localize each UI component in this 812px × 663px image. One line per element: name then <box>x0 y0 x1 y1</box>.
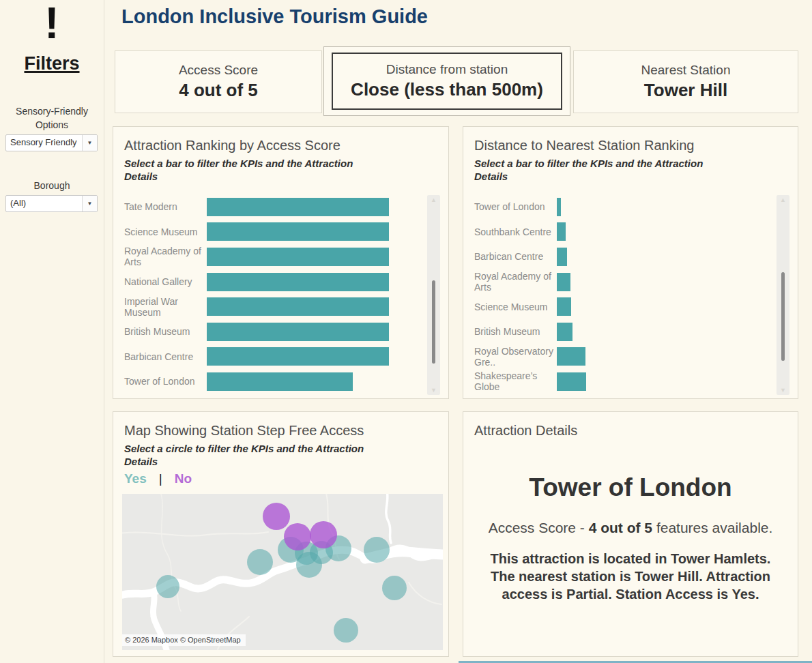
kpi-label: Access Score <box>179 63 258 78</box>
bar[interactable] <box>207 323 389 341</box>
kpi-label: Nearest Station <box>641 63 731 78</box>
distance-bar-chart: Tower of LondonSouthbank CentreBarbican … <box>463 194 798 394</box>
arrow-down-icon[interactable]: ▼ <box>427 387 440 394</box>
attraction-details-panel: Attraction Details Tower of London Acces… <box>463 411 798 657</box>
bar-row[interactable]: Barbican Centre <box>463 244 798 269</box>
access-bar-chart: Tate ModernScience MuseumRoyal Academy o… <box>113 194 448 394</box>
bar[interactable] <box>207 222 389 241</box>
bar[interactable] <box>207 347 389 366</box>
station-circle-yes[interactable] <box>382 576 407 600</box>
bar[interactable] <box>207 198 389 216</box>
legend-no[interactable]: No <box>175 471 192 486</box>
access-line-score: 4 out of 5 <box>589 520 652 535</box>
bar-row[interactable]: Royal Academy of Arts <box>113 244 448 269</box>
borough-filter-value: (All) <box>6 196 82 211</box>
bar-label: Royal Observatory Gre.. <box>463 346 555 368</box>
bar[interactable] <box>557 248 567 266</box>
bar[interactable] <box>557 297 571 316</box>
bar[interactable] <box>207 372 353 391</box>
kpi-distance-selected-frame[interactable]: Distance from station Close (less than 5… <box>323 46 570 116</box>
bar-row[interactable]: Tate Modern <box>113 194 448 220</box>
bar-label: British Museum <box>463 326 555 337</box>
bar[interactable] <box>207 297 389 316</box>
sensory-filter-label: Sensory-Friendly Options <box>5 104 98 132</box>
bar[interactable] <box>557 198 561 216</box>
station-map[interactable]: © 2026 Mapbox © OpenStreetMap <box>122 494 443 650</box>
kpi-distance-from-station[interactable]: Distance from station Close (less than 5… <box>332 53 562 110</box>
bar-row[interactable]: British Museum <box>113 319 448 344</box>
bar[interactable] <box>557 372 586 391</box>
legend-separator: | <box>159 471 162 486</box>
station-circle-no[interactable] <box>263 503 290 530</box>
bar-row[interactable]: Royal Observatory Gre.. <box>463 344 798 370</box>
station-circle-no[interactable] <box>284 523 311 550</box>
filters-sidebar: ! Filters Sensory-Friendly Options Senso… <box>0 0 104 663</box>
bar-label: Barbican Centre <box>113 351 205 362</box>
kpi-value: 4 out of 5 <box>179 80 258 101</box>
scrollbar[interactable]: ▲ ▼ <box>427 195 440 395</box>
map-svg[interactable] <box>122 494 443 650</box>
bar-label: National Gallery <box>113 276 205 287</box>
bar-row[interactable]: Imperial War Museum <box>113 294 448 319</box>
bar-row[interactable]: National Gallery <box>113 269 448 295</box>
kpi-value: Tower Hill <box>644 80 727 101</box>
dashboard-main: London Inclusive Tourism Guide Access Sc… <box>104 0 812 663</box>
bar-row[interactable]: Southbank Centre <box>463 220 798 245</box>
bar-row[interactable]: Tower of London <box>113 369 448 394</box>
bar[interactable] <box>557 273 570 291</box>
map-subtitle: Select a circle to filter the KPIs and t… <box>124 442 387 468</box>
attraction-name: Tower of London <box>463 473 798 502</box>
bar[interactable] <box>557 222 566 241</box>
access-line-suffix: features available. <box>652 520 772 535</box>
scrollbar-thumb[interactable] <box>432 280 435 364</box>
sensory-filter-value: Sensory Friendly <box>6 135 82 151</box>
map-panel: Map Showing Station Step Free Access Sel… <box>113 411 449 657</box>
arrow-up-icon[interactable]: ▲ <box>427 196 440 203</box>
bar[interactable] <box>557 323 572 341</box>
caret-down-icon[interactable]: ▼ <box>82 196 97 211</box>
bar-label: Royal Academy of Arts <box>463 271 555 293</box>
legend-yes[interactable]: Yes <box>124 471 147 486</box>
kpi-value: Close (less than 500m) <box>351 79 543 100</box>
chart-title: Distance to Nearest Station Ranking <box>474 138 694 153</box>
map-attribution[interactable]: © 2026 Mapbox © OpenStreetMap <box>122 634 246 646</box>
filters-title: Filters <box>0 53 104 74</box>
arrow-up-icon[interactable]: ▲ <box>777 196 789 203</box>
station-circle-yes[interactable] <box>364 537 390 563</box>
bar[interactable] <box>557 347 585 366</box>
bar-row[interactable]: Tower of London <box>463 194 798 220</box>
bar-label: Royal Academy of Arts <box>113 246 205 267</box>
bar-label: Shakespeare’s Globe <box>463 370 555 392</box>
bar-row[interactable]: Barbican Centre <box>113 344 448 370</box>
borough-filter-dropdown[interactable]: (All) ▼ <box>5 195 98 212</box>
kpi-nearest-station[interactable]: Nearest Station Tower Hill <box>573 50 798 113</box>
bar[interactable] <box>207 248 389 266</box>
scrollbar-thumb[interactable] <box>781 272 785 361</box>
bar-row[interactable]: Science Museum <box>463 294 798 319</box>
arrow-down-icon[interactable]: ▼ <box>777 387 789 394</box>
access-ranking-panel: Attraction Ranking by Access Score Selec… <box>113 126 449 399</box>
scrollbar[interactable]: ▲ ▼ <box>777 195 789 395</box>
station-circle-yes[interactable] <box>156 575 179 598</box>
caret-down-icon[interactable]: ▼ <box>82 135 97 151</box>
page-title: London Inclusive Tourism Guide <box>121 5 428 28</box>
station-circle-yes[interactable] <box>247 549 273 575</box>
bar-label: Barbican Centre <box>463 251 555 262</box>
bar-label: Tate Modern <box>113 201 205 212</box>
distance-ranking-panel: Distance to Nearest Station Ranking Sele… <box>463 126 798 399</box>
borough-filter-label: Borough <box>5 179 98 192</box>
map-title: Map Showing Station Step Free Access <box>124 423 364 439</box>
station-circle-yes[interactable] <box>334 618 358 643</box>
bar-row[interactable]: Shakespeare’s Globe <box>463 369 798 394</box>
station-circle-no[interactable] <box>310 521 337 548</box>
station-circle-yes[interactable] <box>296 552 322 578</box>
bar[interactable] <box>207 273 389 291</box>
map-legend: Yes | No <box>124 471 192 486</box>
access-line-prefix: Access Score - <box>489 520 589 535</box>
bar-label: Tower of London <box>463 201 555 212</box>
kpi-access-score[interactable]: Access Score 4 out of 5 <box>115 50 322 113</box>
sensory-filter-dropdown[interactable]: Sensory Friendly ▼ <box>5 134 98 151</box>
bar-row[interactable]: Royal Academy of Arts <box>463 269 798 295</box>
bar-row[interactable]: Science Museum <box>113 220 448 245</box>
bar-row[interactable]: British Museum <box>463 319 798 344</box>
